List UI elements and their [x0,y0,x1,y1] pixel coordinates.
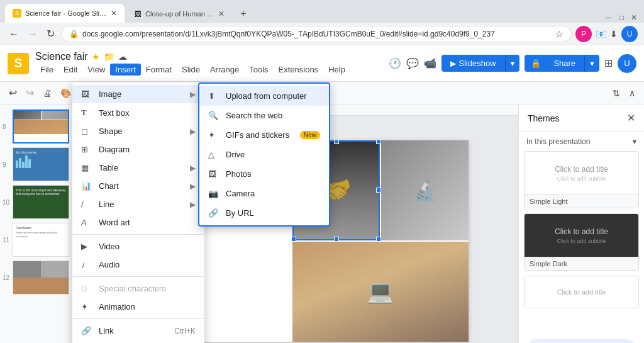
toolbar-print[interactable]: 🖨 [39,86,55,101]
chart-arrow-icon: ▶ [190,182,196,191]
insert-animation-item[interactable]: ✦ Animation [72,298,204,316]
theme-preview-3: Click to add title [525,276,638,308]
user-avatar[interactable]: U [618,54,636,73]
theme-card-simple-dark[interactable]: Click to add title Click to add subtitle… [524,213,639,271]
slideshow-label: Slideshow [458,59,496,68]
slideshow-button[interactable]: ▶ Slideshow [441,55,504,72]
menu-item-format[interactable]: Format [141,64,177,76]
extension-icon[interactable]: 📧 [596,29,606,39]
image-photos-item[interactable]: 🖼 Photos [199,164,329,184]
insert-wordart-item[interactable]: A Word art [72,213,204,232]
theme-card-3[interactable]: Click to add title [524,276,639,308]
menu-item-tools[interactable]: Tools [244,64,273,76]
special-chars-menu-label: Special characters [99,284,196,293]
link-menu-label: Link [99,326,168,335]
menu-item-insert[interactable]: Insert [110,64,141,76]
share-button[interactable]: Share [545,55,584,72]
download-icon[interactable]: ⬇ [610,29,618,39]
insert-table-item[interactable]: ▦ Table ▶ [72,159,204,177]
audio-menu-label: Audio [99,260,196,269]
menu-item-arrange[interactable]: Arrange [205,64,244,76]
section-arrow-icon[interactable]: ▾ [633,137,636,146]
insert-video-item[interactable]: ▶ Video [72,237,204,256]
insert-link-item[interactable]: 🔗 Link Ctrl+K [72,322,204,340]
slide-thumb-11[interactable]: 11 Conclusion Some text here with detail… [13,223,70,257]
history-icon[interactable]: 🕐 [389,57,401,69]
slide-thumb-10[interactable]: 10 This is the most important takeaway t… [13,185,70,219]
lab-image[interactable]: 🔬 [381,140,469,240]
menu-item-file[interactable]: File [35,64,58,76]
toolbar-undo[interactable]: ↩ [5,84,21,101]
camera-label: Camera [226,189,320,198]
photos-icon: 🖼 [208,169,219,179]
window-close[interactable]: ✕ [629,13,639,23]
menu-item-extensions[interactable]: Extensions [274,64,324,76]
share-dropdown-arrow[interactable]: ▼ [584,55,599,72]
search-web-label: Search the web [226,111,320,120]
image-upload-item[interactable]: ⬆ Upload from computer [199,86,329,106]
tab-close-slides[interactable]: ✕ [111,9,117,18]
app-title-area: Science fair ★ 📁 ☁ File Edit View Insert… [35,51,350,76]
table-menu-label: Table [99,163,184,172]
slide-thumb-12[interactable]: 12 [13,261,70,295]
new-tab-button[interactable]: + [235,5,252,23]
menu-item-edit[interactable]: Edit [58,64,82,76]
theme-preview-title-3: Click to add title [557,288,606,296]
insert-audio-item[interactable]: ♪ Audio [72,256,204,274]
back-button[interactable]: ← [6,27,21,41]
image-url-item[interactable]: 🔗 By URL [199,203,329,223]
star-title-icon[interactable]: ★ [92,52,100,62]
slide-num-11: 11 [3,237,9,244]
shape-arrow-icon: ▶ [190,127,196,136]
star-icon[interactable]: ☆ [555,29,564,39]
window-minimize[interactable]: ─ [604,13,614,23]
line-menu-icon: / [81,200,92,209]
image-camera-item[interactable]: 📷 Camera [199,184,329,203]
toolbar-arrange-icon[interactable]: ⇅ [609,86,624,101]
insert-textbox-item[interactable]: T Text box [72,103,204,122]
insert-image-item[interactable]: 🖼 Image ▶ [72,85,204,103]
address-bar[interactable]: 🔒 docs.google.com/presentation/d/1Lxvk3j… [61,26,572,42]
slide-thumb-9[interactable]: 9 My discoveries [13,147,70,181]
forward-button[interactable]: → [25,27,40,41]
slideshow-dropdown-arrow[interactable]: ▼ [505,55,520,72]
tab-close-hand[interactable]: ✕ [218,9,225,18]
toolbar-chevron-up[interactable]: ∧ [625,86,639,101]
reload-button[interactable]: ↻ [44,26,57,41]
present-icon[interactable]: 💬 [406,57,419,69]
textbox-menu-label: Text box [99,108,196,118]
insert-comment-item[interactable]: 💬 Comment Ctrl+Alt+M [72,340,204,343]
image-search-item[interactable]: 🔍 Search the web [199,106,329,125]
user-icon[interactable]: U [621,26,638,42]
cloud-icon[interactable]: ☁ [118,52,127,62]
laptop-image[interactable]: 💻 [292,242,469,342]
search-web-icon: 🔍 [208,111,219,120]
menu-item-help[interactable]: Help [323,64,350,76]
slide-thumb-8[interactable]: 8 [13,110,70,143]
folder-icon[interactable]: 📁 [104,52,114,62]
table-menu-icon: ▦ [81,163,92,172]
insert-chart-item[interactable]: 📊 Chart ▶ [72,177,204,195]
browser-tab-hand[interactable]: 🖼 Close-up of Human Hand - Free... ✕ [127,5,232,23]
grid-view-icon[interactable]: ⊞ [604,57,613,69]
window-maximize[interactable]: □ [616,13,626,23]
import-theme-button[interactable]: Import theme [528,339,635,343]
image-drive-item[interactable]: △ Drive [199,145,329,164]
theme-preview-simple-light: Click to add title Click to add subtitle [525,152,638,194]
image-menu-icon: 🖼 [81,89,92,99]
insert-line-item[interactable]: / Line ▶ [72,195,204,213]
camera-btn-icon[interactable]: 📹 [424,57,436,69]
image-gifs-item[interactable]: ✦ GIFs and stickers New [199,125,329,145]
toolbar-redo[interactable]: ↪ [22,84,38,101]
profile-icon[interactable]: P [575,26,592,42]
chart-menu-label: Chart [99,181,184,191]
menu-item-view[interactable]: View [82,64,110,76]
browser-tab-slides[interactable]: S Science fair - Google Slides ✕ [5,4,125,23]
menu-item-slide[interactable]: Slide [177,64,205,76]
theme-card-simple-light[interactable]: Click to add title Click to add subtitle… [524,151,639,208]
insert-diagram-item[interactable]: ⊞ Diagram [72,140,204,159]
insert-shape-item[interactable]: ◻ Shape ▶ [72,122,204,140]
tab-favicon-hand: 🖼 [135,10,142,18]
themes-close-button[interactable]: ✕ [627,112,635,124]
wordart-menu-icon: A [81,218,92,227]
